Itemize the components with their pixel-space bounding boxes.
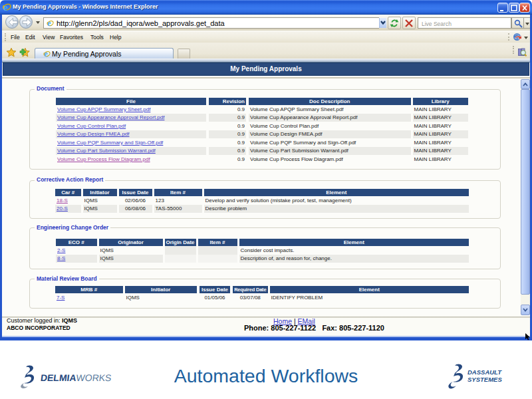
svg-text:e: e (3, 2, 8, 12)
svg-text:e: e (44, 50, 48, 58)
svg-text:e: e (47, 19, 51, 27)
